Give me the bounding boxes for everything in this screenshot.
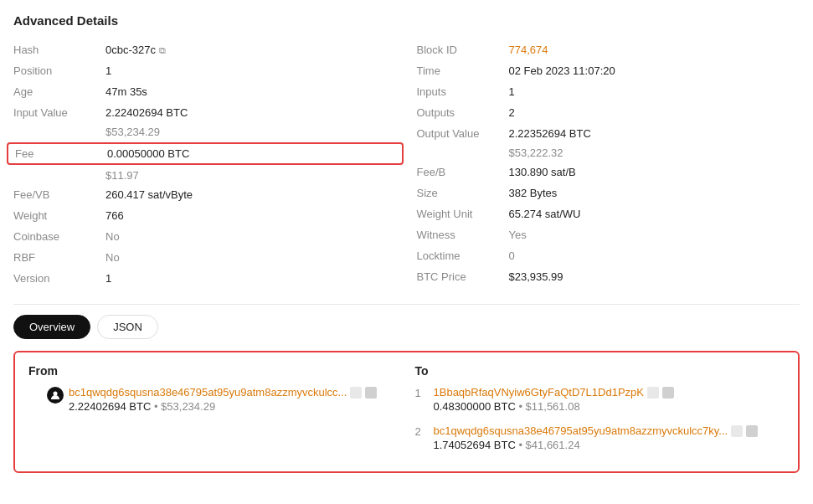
- input-value-sub-row: $53,234.29: [13, 123, 397, 141]
- weight-unit-value: 65.274 sat/WU: [509, 208, 581, 220]
- input-value-usd: $53,234.29: [105, 126, 160, 138]
- outputs-value: 2: [509, 106, 515, 119]
- feeb-row: Fee/B 130.890 sat/B: [417, 162, 800, 183]
- position-row: Position 1: [13, 60, 397, 81]
- rbf-label: RBF: [13, 251, 105, 264]
- from-addr-details-1: bc1qwqdg6squsna38e46795at95yu9atm8azzmyv…: [69, 386, 377, 413]
- output-value-usd: $53,222.32: [509, 147, 563, 159]
- qr-icon-1[interactable]: [365, 387, 377, 399]
- output-value-sub-row: $53,222.32: [417, 144, 800, 162]
- witness-label: Witness: [417, 229, 509, 241]
- to-copy-icon-1[interactable]: [647, 387, 659, 399]
- size-label: Size: [417, 187, 509, 199]
- coinbase-value: No: [105, 230, 120, 243]
- output-value-row: Output Value 2.22352694 BTC: [417, 123, 800, 144]
- version-label: Version: [13, 272, 105, 285]
- fee-value: 0.00050000 BTC: [107, 147, 189, 160]
- btc-price-label: BTC Price: [417, 270, 509, 283]
- to-num-1: 1: [415, 387, 429, 399]
- weight-value: 766: [105, 209, 124, 222]
- to-btc-amount-1: 0.48300000 BTC: [434, 400, 516, 413]
- to-qr-icon-2[interactable]: [746, 425, 758, 437]
- to-num-2: 2: [415, 425, 429, 438]
- to-addr-row-2: bc1qwqdg6squsna38e46795at95yu9atm8azzmyv…: [434, 424, 759, 437]
- inputs-row: Inputs 1: [417, 81, 800, 102]
- feevb-row: Fee/VB 260.417 sat/vByte: [13, 184, 397, 205]
- to-entry-2: 2 bc1qwqdg6squsna38e46795at95yu9atm8azzm…: [415, 424, 785, 451]
- to-usd-2: • $41,661.24: [518, 439, 579, 451]
- copy-icon[interactable]: ⧉: [159, 45, 166, 55]
- rbf-row: RBF No: [13, 247, 397, 268]
- coinbase-row: Coinbase No: [13, 226, 397, 247]
- to-qr-icon-1[interactable]: [662, 387, 674, 399]
- to-col: To 1 1BbaqbRfaqVNyiw6GtyFaQtD7L1Dd1PzpK …: [415, 364, 785, 460]
- divider: [13, 304, 800, 305]
- from-btc-amount-1: 2.22402694 BTC: [69, 400, 151, 413]
- to-copy-icon-2[interactable]: [731, 425, 743, 437]
- advanced-details-section: Advanced Details Hash 0cbc-327c ⧉ Positi…: [13, 13, 800, 473]
- input-value-label: Input Value: [13, 106, 105, 119]
- time-value: 02 Feb 2023 11:07:20: [509, 64, 615, 77]
- position-label: Position: [13, 64, 105, 77]
- coinbase-label: Coinbase: [13, 230, 105, 243]
- json-tab[interactable]: JSON: [97, 315, 158, 339]
- age-value: 47m 35s: [105, 85, 147, 98]
- block-id-label: Block ID: [417, 44, 509, 56]
- to-entry-1: 1 1BbaqbRfaqVNyiw6GtyFaQtD7L1Dd1PzpK 0.4…: [415, 386, 785, 413]
- feeb-value: 130.890 sat/B: [509, 166, 576, 178]
- from-entry-1: bc1qwqdg6squsna38e46795at95yu9atm8azzmyv…: [28, 386, 399, 413]
- from-to-box: From bc1qwqdg6squsna38e46795at95yu9atm8a…: [13, 351, 800, 473]
- position-value: 1: [105, 64, 111, 77]
- hash-row: Hash 0cbc-327c ⧉: [13, 39, 397, 60]
- time-row: Time 02 Feb 2023 11:07:20: [417, 60, 800, 81]
- block-id-value[interactable]: 774,674: [509, 44, 548, 56]
- hash-value: 0cbc-327c ⧉: [105, 44, 166, 56]
- btc-price-value: $23,935.99: [509, 270, 563, 283]
- to-btc-1: 0.48300000 BTC • $11,561.08: [434, 400, 674, 413]
- feevb-label: Fee/VB: [13, 188, 105, 201]
- fee-label: Fee: [15, 147, 107, 160]
- witness-value: Yes: [509, 229, 527, 241]
- rbf-value: No: [105, 251, 120, 264]
- weight-unit-row: Weight Unit 65.274 sat/WU: [417, 203, 800, 224]
- inputs-label: Inputs: [417, 85, 509, 98]
- block-id-row: Block ID 774,674: [417, 39, 800, 60]
- feevb-value: 260.417 sat/vByte: [105, 188, 193, 201]
- svg-point-0: [54, 392, 58, 396]
- locktime-label: Locktime: [417, 249, 509, 262]
- left-col: Hash 0cbc-327c ⧉ Position 1 Age 47m 35s …: [13, 39, 397, 289]
- size-value: 382 Bytes: [509, 187, 558, 199]
- witness-row: Witness Yes: [417, 224, 800, 245]
- fee-usd: $11.97: [105, 169, 139, 182]
- from-usd-1: • $53,234.29: [154, 400, 215, 413]
- time-label: Time: [417, 64, 509, 77]
- to-usd-1: • $11,561.08: [518, 400, 579, 413]
- locktime-row: Locktime 0: [417, 245, 800, 266]
- fee-row: Fee 0.00050000 BTC: [7, 142, 404, 165]
- hash-label: Hash: [13, 44, 105, 56]
- weight-row: Weight 766: [13, 205, 397, 226]
- from-icon-1: [47, 387, 64, 404]
- to-address-1[interactable]: 1BbaqbRfaqVNyiw6GtyFaQtD7L1Dd1PzpK: [434, 386, 644, 399]
- from-col: From bc1qwqdg6squsna38e46795at95yu9atm8a…: [28, 364, 399, 460]
- weight-label: Weight: [13, 209, 105, 222]
- to-address-2[interactable]: bc1qwqdg6squsna38e46795at95yu9atm8azzmyv…: [434, 424, 728, 437]
- copy-address-icon-1[interactable]: [350, 387, 362, 399]
- to-addr-details-1: 1BbaqbRfaqVNyiw6GtyFaQtD7L1Dd1PzpK 0.483…: [434, 386, 674, 413]
- version-value: 1: [105, 272, 111, 285]
- fee-sub-row: $11.97: [13, 167, 397, 184]
- age-label: Age: [13, 85, 105, 98]
- to-btc-2: 1.74052694 BTC • $41,661.24: [434, 439, 759, 451]
- overview-tab[interactable]: Overview: [13, 315, 90, 339]
- from-address-1[interactable]: bc1qwqdg6squsna38e46795at95yu9atm8azzmyv…: [69, 386, 347, 399]
- weight-unit-label: Weight Unit: [417, 208, 509, 220]
- to-addr-row-1: 1BbaqbRfaqVNyiw6GtyFaQtD7L1Dd1PzpK: [434, 386, 674, 399]
- feeb-label: Fee/B: [417, 166, 509, 178]
- output-value-label: Output Value: [417, 127, 509, 140]
- details-grid: Hash 0cbc-327c ⧉ Position 1 Age 47m 35s …: [13, 39, 800, 289]
- right-col: Block ID 774,674 Time 02 Feb 2023 11:07:…: [417, 39, 800, 289]
- btc-price-row: BTC Price $23,935.99: [417, 266, 800, 287]
- from-label: From: [28, 364, 399, 378]
- outputs-row: Outputs 2: [417, 102, 800, 123]
- tabs-row: Overview JSON: [13, 315, 800, 339]
